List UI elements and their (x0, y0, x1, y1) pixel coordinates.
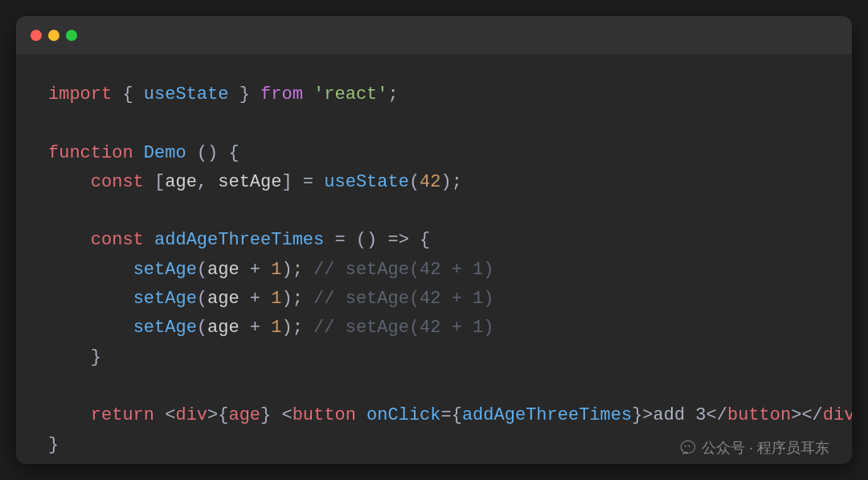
code-line-4: const [age, setAge] = useState(42); (48, 168, 820, 197)
code-line-9: setAge(age + 1); // setAge(42 + 1) (48, 314, 820, 343)
code-line-3: function Demo () { (48, 139, 820, 168)
watermark-text: 公众号 · 程序员耳东 (702, 438, 829, 457)
code-line-empty-3 (48, 372, 820, 401)
code-line-empty-2 (48, 197, 820, 226)
code-line-1: import { useState } from 'react'; (48, 80, 820, 109)
code-line-empty-4 (48, 460, 820, 464)
watermark: 公众号 · 程序员耳东 (679, 438, 829, 457)
code-line-10: } (48, 343, 820, 372)
titlebar (16, 16, 852, 55)
close-button[interactable] (31, 30, 42, 41)
code-line-empty-1 (48, 109, 820, 138)
code-line-7: setAge(age + 1); // setAge(42 + 1) (48, 256, 820, 285)
code-line-12: return <div>{age} <button onClick={addAg… (48, 401, 820, 430)
code-window: import { useState } from 'react'; functi… (16, 16, 852, 464)
minimize-button[interactable] (48, 30, 59, 41)
code-line-8: setAge(age + 1); // setAge(42 + 1) (48, 285, 820, 314)
code-line-6: const addAgeThreeTimes = () => { (48, 226, 820, 255)
code-block: import { useState } from 'react'; functi… (16, 55, 852, 464)
wechat-icon (679, 439, 697, 457)
maximize-button[interactable] (66, 30, 77, 41)
